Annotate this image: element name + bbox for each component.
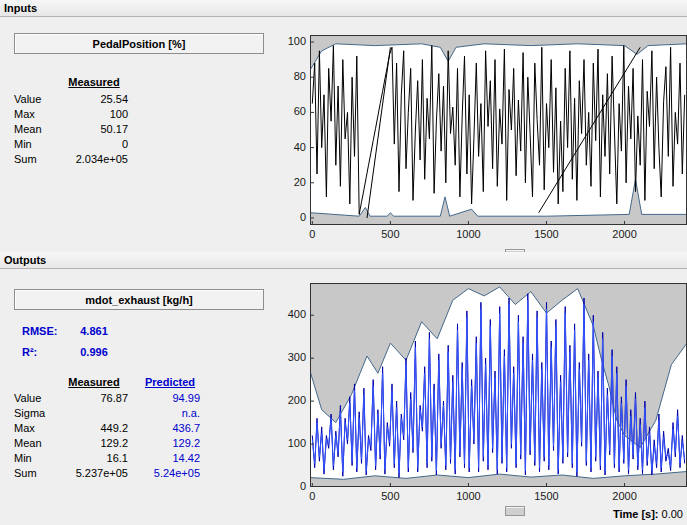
stat-label: Min bbox=[14, 452, 58, 464]
output-channel-box[interactable]: mdot_exhaust [kg/h] bbox=[14, 289, 264, 310]
x-tick-label: 1000 bbox=[448, 490, 488, 502]
stat-value: 50.17 bbox=[60, 123, 128, 135]
stat-label: Max bbox=[14, 108, 58, 120]
y-tick-label: 100 bbox=[274, 35, 306, 47]
output-chart-plot[interactable] bbox=[310, 283, 687, 487]
stat-predicted-value: n.a. bbox=[138, 407, 202, 419]
y-tick-label: 400 bbox=[274, 308, 306, 320]
stat-predicted-value: 129.2 bbox=[138, 437, 202, 449]
time-value: 0.00 bbox=[662, 508, 683, 520]
inputs-section-title: Inputs bbox=[4, 2, 37, 14]
stat-predicted-value: 5.24e+05 bbox=[138, 467, 202, 479]
input-channel-label: PedalPosition [%] bbox=[93, 38, 186, 50]
y-tick-label: 100 bbox=[274, 437, 306, 449]
input-signal-chart[interactable]: 0500100015002000020406080100 bbox=[310, 35, 687, 225]
x-tick-label: 1500 bbox=[527, 490, 567, 502]
stat-measured-value: 76.87 bbox=[60, 392, 128, 404]
stat-predicted-value: 14.42 bbox=[138, 452, 202, 464]
x-tick-label: 1500 bbox=[527, 228, 567, 240]
time-label: Time [s]: bbox=[613, 508, 659, 520]
stat-predicted-value: 94.99 bbox=[138, 392, 202, 404]
stat-measured-value: 129.2 bbox=[60, 437, 128, 449]
stat-measured-value: 449.2 bbox=[60, 422, 128, 434]
stat-value: 2.034e+05 bbox=[60, 153, 128, 165]
stat-label: Value bbox=[14, 93, 58, 105]
y-tick-label: 80 bbox=[274, 70, 306, 82]
stat-label: Mean bbox=[14, 437, 58, 449]
output-chart-scrollbar-thumb[interactable] bbox=[505, 506, 525, 516]
y-tick-label: 0 bbox=[274, 211, 306, 223]
x-tick-label: 0 bbox=[292, 228, 332, 240]
stat-measured-value: 5.237e+05 bbox=[60, 467, 128, 479]
outputs-section-header: Outputs bbox=[0, 252, 687, 269]
stat-value: 25.54 bbox=[60, 93, 128, 105]
y-tick-label: 0 bbox=[274, 480, 306, 492]
stat-predicted-value: 436.7 bbox=[138, 422, 202, 434]
stat-value: 0 bbox=[60, 138, 128, 150]
y-tick-label: 300 bbox=[274, 351, 306, 363]
stat-label: Sigma bbox=[14, 407, 58, 419]
y-tick-label: 60 bbox=[274, 105, 306, 117]
y-tick-label: 40 bbox=[274, 141, 306, 153]
output-signal-chart[interactable]: 05001000150020000100200300400 bbox=[310, 283, 687, 487]
stat-measured-value: 16.1 bbox=[60, 452, 128, 464]
time-display: Time [s]: 0.00 bbox=[580, 508, 683, 520]
stat-value: 100 bbox=[60, 108, 128, 120]
x-tick-label: 2000 bbox=[605, 490, 645, 502]
stat-label: Value bbox=[14, 392, 58, 404]
stat-label: Min bbox=[14, 138, 58, 150]
r2-value: 0.996 bbox=[60, 346, 128, 358]
input-channel-box[interactable]: PedalPosition [%] bbox=[14, 33, 264, 54]
rmse-value: 4.861 bbox=[60, 325, 128, 337]
stat-label: Max bbox=[14, 422, 58, 434]
outputs-measured-column-header: Measured bbox=[60, 376, 128, 388]
stat-label: Sum bbox=[14, 467, 58, 479]
output-channel-label: mdot_exhaust [kg/h] bbox=[85, 294, 193, 306]
inputs-section-header: Inputs bbox=[0, 0, 687, 17]
input-chart-plot[interactable] bbox=[310, 35, 687, 225]
outputs-predicted-column-header: Predicted bbox=[138, 376, 202, 388]
x-tick-label: 1000 bbox=[448, 228, 488, 240]
y-tick-label: 200 bbox=[274, 394, 306, 406]
outputs-section-title: Outputs bbox=[4, 254, 46, 266]
x-tick-label: 500 bbox=[370, 490, 410, 502]
stat-label: Mean bbox=[14, 123, 58, 135]
x-tick-label: 2000 bbox=[605, 228, 645, 240]
app-window: Inputs PedalPosition [%] Measured Value … bbox=[0, 0, 687, 525]
stat-label: Sum bbox=[14, 153, 58, 165]
y-tick-label: 20 bbox=[274, 176, 306, 188]
inputs-measured-column-header: Measured bbox=[60, 76, 128, 88]
x-tick-label: 500 bbox=[370, 228, 410, 240]
